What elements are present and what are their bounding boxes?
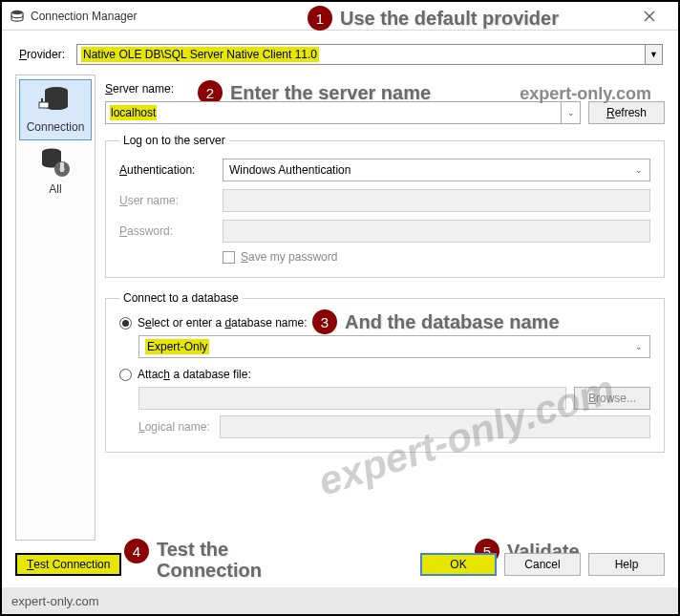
ok-button[interactable]: OK [420,553,497,576]
sidebar-item-connection[interactable]: Connection [19,79,92,140]
dropdown-icon[interactable]: ⌄ [561,102,580,123]
attach-radio-row[interactable]: Attach a database file: [119,368,650,381]
user-label: User name: [119,194,213,207]
select-db-radio[interactable] [119,317,132,329]
select-db-radio-row[interactable]: Select or enter a database name: [119,316,650,329]
dropdown-icon[interactable]: ▼ [645,45,662,64]
save-pw-label: Save my password [241,250,337,264]
content-panel: 2 Enter the server name expert-only.com … [105,74,665,541]
footer-text: expert-only.com [11,594,99,608]
connection-icon [36,84,74,118]
db-group: Connect to a database Select or enter a … [105,291,665,453]
svg-rect-4 [41,98,43,102]
svg-point-9 [60,167,65,172]
logical-label: Logical name: [138,420,210,434]
dropdown-icon[interactable]: ⌄ [630,161,648,179]
app-icon [10,9,25,24]
sidebar: Connection All [15,74,96,541]
auth-label: Authentication: [119,163,213,177]
window-title: Connection Manager [31,10,137,23]
svg-rect-5 [45,98,47,102]
browse-button: Browse... [574,387,650,410]
title-bar: Connection Manager [2,2,678,31]
auth-value: Windows Authentication [229,163,351,177]
attach-radio[interactable] [119,369,132,381]
pass-row: Password: [119,220,650,243]
attach-file-row: Browse... [138,387,650,410]
server-value: localhost [110,105,157,120]
footer: expert-only.com [2,587,678,614]
server-row: localhost ⌄ Refresh [105,101,665,124]
attach-label: Attach a database file: [138,368,251,381]
cancel-button[interactable]: Cancel [504,553,581,576]
auth-row: Authentication: Windows Authentication ⌄ [119,159,650,181]
help-button[interactable]: Help [588,553,665,576]
db-value: Expert-Only [145,339,209,354]
test-connection-button[interactable]: Test Connection [15,553,121,576]
auth-select[interactable]: Windows Authentication ⌄ [223,159,650,181]
logical-input [220,415,650,438]
logical-row: Logical name: [138,415,650,438]
svg-point-0 [11,10,23,13]
logon-group: Log on to the server Authentication: Win… [105,134,665,278]
select-db-label: Select or enter a database name: [138,316,308,329]
logon-legend: Log on to the server [119,134,229,147]
db-legend: Connect to a database [119,291,243,305]
provider-value: Native OLE DB\SQL Server Native Client 1… [81,47,319,62]
refresh-button[interactable]: Refresh [588,101,665,124]
svg-rect-3 [39,102,49,108]
save-pw-checkbox [223,251,235,264]
sidebar-item-all[interactable]: All [19,142,92,202]
bottom-bar: Test Connection OK Cancel Help [15,553,665,576]
dropdown-icon[interactable]: ⌄ [630,338,648,355]
pass-label: Password: [119,224,213,238]
server-label-row: Server name: [105,82,665,96]
db-select[interactable]: Expert-Only ⌄ [138,335,650,358]
save-pw-row: Save my password [223,250,650,264]
provider-select[interactable]: Native OLE DB\SQL Server Native Client 1… [76,44,663,65]
server-label: Server name: [105,82,174,96]
provider-row: Provider: Native OLE DB\SQL Server Nativ… [2,31,678,74]
attach-file-input [138,387,566,410]
sidebar-item-label: Connection [27,120,85,134]
sidebar-item-label: All [49,182,61,196]
main-area: Connection All 2 Enter the server name e… [2,74,678,541]
provider-label: Provider: [19,48,65,61]
pass-input [223,220,650,243]
user-input [223,189,650,212]
server-input[interactable]: localhost ⌄ [105,101,581,124]
user-row: User name: [119,189,650,212]
close-button[interactable] [627,3,670,30]
all-icon [36,146,74,181]
